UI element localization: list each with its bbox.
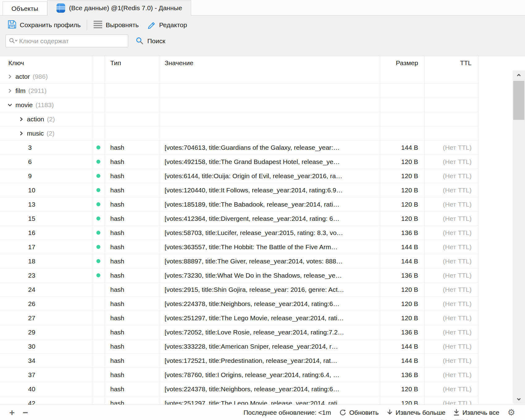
key-row-42[interactable]: 42hash[votes:251297, title:The Lego Movi…: [0, 396, 525, 405]
key-row-15[interactable]: 15hash[votes:412364, title:Divergent, re…: [0, 212, 525, 226]
toolbar-pane: Сохранить профиль Выровнять: [0, 15, 525, 56]
key-cell[interactable]: 29: [0, 325, 92, 339]
key-row-17[interactable]: 17hash[votes:363557, title:The Hobbit: T…: [0, 240, 525, 254]
key-cell[interactable]: 9: [0, 169, 92, 183]
key-cell[interactable]: 10: [0, 183, 92, 197]
search-button[interactable]: Поиск: [133, 36, 168, 47]
key-cell[interactable]: 23: [0, 268, 92, 283]
save-profile-button[interactable]: Сохранить профиль: [6, 19, 82, 32]
chevron-right-icon[interactable]: [7, 88, 12, 93]
chevron-right-icon[interactable]: [7, 74, 12, 79]
key-row-27[interactable]: 27hash[votes:251297, title:The Lego Movi…: [0, 311, 525, 325]
key-row-24[interactable]: 24hash[votes:2915, title:Shin Gojira, re…: [0, 283, 525, 297]
tab-objects[interactable]: Объекты: [2, 2, 47, 15]
tree-key-cell[interactable]: movie(1183): [0, 98, 92, 112]
key-row-29[interactable]: 29hash[votes:72052, title:Love Rosie, re…: [0, 325, 525, 339]
key-cell[interactable]: 37: [0, 368, 92, 382]
status-cell: [92, 197, 105, 212]
zoom-in-button[interactable]: +: [7, 408, 17, 417]
type-cell: hash: [105, 197, 160, 212]
key-cell[interactable]: 30: [0, 339, 92, 354]
chevron-down-icon[interactable]: [7, 103, 12, 107]
column-header-value[interactable]: Значение: [160, 56, 380, 69]
tree-key-cell[interactable]: music(2): [0, 126, 92, 141]
key-filter-input[interactable]: [18, 37, 128, 45]
vertical-scrollbar[interactable]: [513, 70, 525, 404]
key-row-10[interactable]: 10hash[votes:120440, title:It Follows, r…: [0, 183, 525, 197]
scrollbar-thumb[interactable]: [513, 81, 524, 120]
tree-row-music[interactable]: music(2): [0, 126, 525, 141]
size-cell: 120 B: [380, 311, 425, 325]
status-cell: [92, 297, 105, 311]
search-button-label: Поиск: [147, 37, 165, 45]
size-cell: 136 B: [380, 368, 425, 382]
key-cell[interactable]: 40: [0, 382, 92, 396]
key-row-13[interactable]: 13hash[votes:185189, title:The Babadook,…: [0, 197, 525, 212]
key-cell[interactable]: 18: [0, 254, 92, 268]
align-label: Выровнять: [106, 21, 139, 29]
tree-key-cell[interactable]: actor(986): [0, 69, 92, 84]
tree-key-cell[interactable]: action(2): [0, 112, 92, 126]
loaded-dot-icon: [96, 245, 100, 249]
key-row-34[interactable]: 34hash[votes:172521, title:Predestinatio…: [0, 354, 525, 368]
value-cell: [votes:6144, title:Ouija: Origin of Evil…: [160, 169, 380, 183]
ttl-cell: (Нет TTL): [425, 197, 479, 212]
type-cell: hash: [105, 354, 160, 368]
fetch-more-button[interactable]: Извлечь больше: [387, 409, 445, 416]
tree-row-movie[interactable]: movie(1183): [0, 98, 525, 112]
column-header-status[interactable]: [92, 56, 105, 69]
align-button[interactable]: Выровнять: [91, 19, 141, 32]
key-row-6[interactable]: 6hash[votes:492158, title:The Grand Buda…: [0, 155, 525, 169]
key-cell[interactable]: 24: [0, 283, 92, 297]
column-header-size[interactable]: Размер: [380, 56, 425, 69]
key-cell[interactable]: 26: [0, 297, 92, 311]
chevron-right-icon[interactable]: [19, 131, 24, 136]
tab-data[interactable]: (Все данные) @1(Redis 7.0) - Данные: [47, 0, 191, 15]
fetch-all-button[interactable]: Извлечь все: [453, 409, 499, 416]
zoom-out-button[interactable]: −: [21, 408, 30, 417]
key-row-30[interactable]: 30hash[votes:333228, title:American Snip…: [0, 339, 525, 354]
key-row-26[interactable]: 26hash[votes:224378, title:Neighbors, re…: [0, 297, 525, 311]
ttl-cell: (Нет TTL): [425, 169, 479, 183]
scroll-up-arrow[interactable]: [513, 71, 525, 79]
type-cell: hash: [105, 141, 160, 155]
key-cell[interactable]: 27: [0, 311, 92, 325]
key-row-9[interactable]: 9hash[votes:6144, title:Ouija: Origin of…: [0, 169, 525, 183]
tree-key-cell[interactable]: film(2911): [0, 84, 92, 98]
search-row: Поиск: [0, 35, 525, 47]
gear-icon[interactable]: ⚙: [507, 408, 515, 417]
loaded-dot-icon: [96, 231, 100, 235]
key-row-3[interactable]: 3hash[votes:704613, title:Guardians of t…: [0, 141, 525, 155]
tree-row-film[interactable]: film(2911): [0, 84, 525, 98]
column-header-key[interactable]: Ключ: [0, 56, 92, 69]
key-cell[interactable]: 16: [0, 226, 92, 240]
loaded-dot-icon: [96, 273, 100, 277]
key-row-23[interactable]: 23hash[votes:73230, title:What We Do in …: [0, 268, 525, 283]
chevron-right-icon[interactable]: [19, 117, 24, 122]
column-header-ttl[interactable]: TTL: [425, 56, 479, 69]
key-cell[interactable]: 42: [0, 396, 92, 405]
key-row-16[interactable]: 16hash[votes:58703, title:Lucifer, relea…: [0, 226, 525, 240]
type-cell: hash: [105, 254, 160, 268]
editor-button[interactable]: Редактор: [145, 19, 189, 32]
status-cell: [92, 311, 105, 325]
key-row-18[interactable]: 18hash[votes:88897, title:The Giver, rel…: [0, 254, 525, 268]
refresh-button[interactable]: Обновить: [339, 409, 379, 416]
tree-row-action[interactable]: action(2): [0, 112, 525, 126]
tree-count: (986): [33, 73, 48, 80]
value-cell: [votes:2915, title:Shin Gojira, release_…: [160, 283, 380, 297]
key-cell[interactable]: 13: [0, 197, 92, 212]
key-cell[interactable]: 6: [0, 155, 92, 169]
key-cell[interactable]: 15: [0, 212, 92, 226]
type-cell: hash: [105, 368, 160, 382]
key-cell[interactable]: 34: [0, 354, 92, 368]
key-cell[interactable]: 3: [0, 141, 92, 155]
key-row-37[interactable]: 37hash[votes:78760, title:I Origins, rel…: [0, 368, 525, 382]
scroll-down-arrow[interactable]: [513, 395, 525, 403]
key-row-40[interactable]: 40hash[votes:224378, title:Neighbors, re…: [0, 382, 525, 396]
key-cell[interactable]: 17: [0, 240, 92, 254]
type-cell: hash: [105, 325, 160, 339]
tree-row-actor[interactable]: actor(986): [0, 69, 525, 84]
ttl-cell: (Нет TTL): [425, 311, 479, 325]
column-header-type[interactable]: Тип: [105, 56, 160, 69]
